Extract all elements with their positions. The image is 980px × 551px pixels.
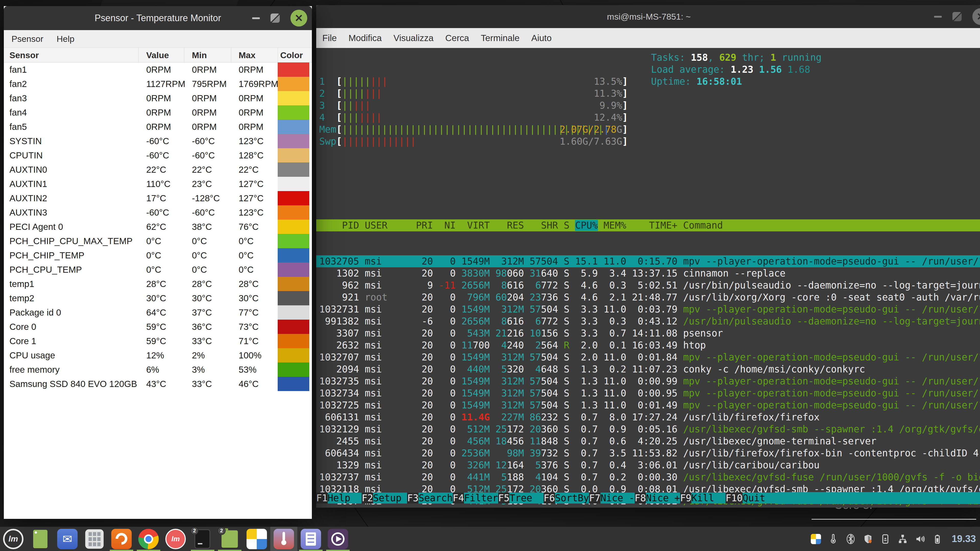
process-row[interactable]: 2632 msi 20 0 11700 4240 2564 R 2.0 0.1 … bbox=[316, 339, 980, 351]
sensor-row[interactable]: AUXTIN217°C-128°C127°C bbox=[4, 191, 312, 205]
column-header-min[interactable]: Min bbox=[192, 50, 207, 60]
process-row[interactable]: 1302 msi 20 0 3830M 98060 31640 S 5.9 3.… bbox=[316, 267, 980, 279]
sensor-min: 36°C bbox=[192, 322, 212, 332]
sensor-row[interactable]: AUXTIN022°C22°C22°C bbox=[4, 162, 312, 177]
tray-quadrant-icon[interactable] bbox=[810, 534, 821, 545]
sensor-row[interactable]: AUXTIN3-60°C-60°C123°C bbox=[4, 205, 312, 220]
taskbar-item-chrome[interactable] bbox=[138, 529, 159, 549]
fkey-help[interactable]: F1Help bbox=[316, 492, 362, 504]
menu-item-visualizza[interactable]: Visualizza bbox=[393, 33, 434, 43]
sensor-row[interactable]: PECI Agent 062°C38°C76°C bbox=[4, 220, 312, 234]
sensor-row[interactable]: CPUTIN-60°C-60°C128°C bbox=[4, 148, 312, 162]
column-header-sensor[interactable]: Sensor bbox=[10, 50, 39, 60]
process-row[interactable]: 3307 msi 20 0 543M 21216 10156 S 3.3 0.7… bbox=[316, 327, 980, 339]
tray-battery-icon[interactable] bbox=[932, 534, 943, 545]
fkey-search[interactable]: F3Search bbox=[407, 492, 452, 504]
sensor-row[interactable]: CPU usage12%2%100% bbox=[4, 348, 312, 362]
sensor-row[interactable]: free memory6%3%53% bbox=[4, 362, 312, 377]
fkey-nice[interactable]: F8Nice + bbox=[635, 492, 680, 504]
taskbar-item-show-desktop[interactable] bbox=[30, 529, 51, 549]
taskbar-item-quadrant[interactable] bbox=[247, 529, 267, 549]
fkey-kill[interactable]: F9Kill bbox=[680, 492, 725, 504]
fkey-nice[interactable]: F7Nice - bbox=[589, 492, 635, 504]
sensor-row[interactable]: SYSTIN-60°C-60°C123°C bbox=[4, 134, 312, 148]
process-row[interactable]: 991382 msi -6 0 2656M 8616 6772 S 3.3 0.… bbox=[316, 315, 980, 327]
taskbar-item-mint-software[interactable]: lm bbox=[165, 529, 186, 549]
htop-column-header[interactable]: PID USER PRI NI VIRT RES SHR S CPU% MEM%… bbox=[316, 219, 980, 231]
sensor-row[interactable]: temp128°C28°C28°C bbox=[4, 277, 312, 291]
close-button[interactable]: ✕ bbox=[290, 10, 307, 27]
process-row[interactable]: 2455 msi 20 0 456M 18456 11848 S 0.7 0.6… bbox=[316, 435, 980, 447]
sensor-row[interactable]: PCH_CPU_TEMP0°C0°C0°C bbox=[4, 262, 312, 277]
menu-item-terminale[interactable]: Terminale bbox=[481, 33, 520, 43]
tray-eject-icon[interactable] bbox=[880, 534, 891, 545]
taskbar-item-firefox-flame[interactable] bbox=[111, 529, 132, 549]
process-row[interactable]: 606131 msi 20 0 11.4G 227M 86232 S 0.7 8… bbox=[316, 411, 980, 423]
menu-item-aiuto[interactable]: Aiuto bbox=[531, 33, 552, 43]
taskbar-item-mint-menu[interactable]: lm bbox=[3, 529, 24, 549]
sensor-row[interactable]: Package id 064°C37°C77°C bbox=[4, 305, 312, 320]
column-cpu-sorted[interactable]: CPU% bbox=[575, 220, 598, 231]
process-row[interactable]: 1329 msi 20 0 326M 12164 5376 S 0.7 0.4 … bbox=[316, 459, 980, 471]
process-row[interactable]: 1032725 msi 20 0 1549M 312M 57504 S 1.3 … bbox=[316, 399, 980, 411]
sensor-row[interactable]: AUXTIN1110°C23°C127°C bbox=[4, 177, 312, 191]
minimize-button[interactable] bbox=[252, 17, 260, 19]
process-row[interactable]: 1032129 msi 20 0 512M 25172 20360 S 0.7 … bbox=[316, 423, 980, 435]
taskbar-item-files[interactable]: 2 bbox=[220, 529, 240, 549]
close-button[interactable]: ✕ bbox=[972, 8, 980, 25]
process-row[interactable]: 1032707 msi 20 0 1549M 312M 57504 S 2.0 … bbox=[316, 351, 980, 363]
sensor-row[interactable]: Core 159°C33°C71°C bbox=[4, 334, 312, 348]
process-row[interactable]: 2094 msi 20 0 440M 5320 4648 S 1.3 0.2 1… bbox=[316, 363, 980, 375]
taskbar-item-terminal[interactable]: 2 bbox=[192, 529, 213, 549]
taskbar-item-psensor-thermometer[interactable] bbox=[274, 529, 294, 549]
tray-volume-icon[interactable] bbox=[915, 534, 926, 545]
sensor-row[interactable]: fan10RPM0RPM0RPM bbox=[4, 62, 312, 77]
taskbar-item-media-player[interactable] bbox=[328, 529, 348, 549]
sensor-row[interactable]: temp230°C30°C30°C bbox=[4, 291, 312, 305]
menu-item-help[interactable]: Help bbox=[57, 34, 75, 44]
clock[interactable]: 19.33 bbox=[952, 534, 976, 545]
terminal-titlebar[interactable]: msi@msi-MS-7851: ~ ✕ bbox=[316, 5, 980, 28]
process-row[interactable]: 606434 msi 20 0 2536M 98M 39732 S 0.7 3.… bbox=[316, 447, 980, 459]
menu-item-file[interactable]: File bbox=[322, 33, 337, 43]
column-header-color[interactable]: Color bbox=[280, 50, 303, 60]
process-row[interactable]: 1032737 msi 20 0 441M 5188 4104 S 0.7 0.… bbox=[316, 471, 980, 483]
fkey-filter[interactable]: F4Filter bbox=[453, 492, 498, 504]
tray-thermometer-icon[interactable] bbox=[828, 534, 839, 545]
menu-item-cerca[interactable]: Cerca bbox=[445, 33, 469, 43]
fkey-sortby[interactable]: F6SortBy bbox=[544, 492, 589, 504]
process-row[interactable]: 921 root 20 0 796M 60204 23736 S 4.6 2.1… bbox=[316, 291, 980, 303]
fkey-setup[interactable]: F2Setup bbox=[362, 492, 407, 504]
column-header-value[interactable]: Value bbox=[146, 50, 169, 60]
taskbar-item-app-grid[interactable] bbox=[84, 529, 105, 549]
sensor-row[interactable]: fan40RPM0RPM0RPM bbox=[4, 105, 312, 120]
process-row[interactable]: 962 msi 9 -11 2656M 8616 6772 S 4.6 0.3 … bbox=[316, 279, 980, 291]
menu-item-modifica[interactable]: Modifica bbox=[348, 33, 382, 43]
spacer bbox=[558, 412, 564, 423]
process-row[interactable]: 1032731 msi 20 0 1549M 312M 57504 S 3.3 … bbox=[316, 303, 980, 315]
menu-item-psensor[interactable]: Psensor bbox=[11, 34, 43, 44]
psensor-titlebar[interactable]: Psensor - Temperature Monitor ✕ bbox=[4, 6, 312, 30]
sensor-row[interactable]: Core 059°C36°C73°C bbox=[4, 320, 312, 334]
tray-network-icon[interactable] bbox=[897, 534, 908, 545]
maximize-button[interactable] bbox=[953, 12, 962, 21]
sensor-row[interactable]: PCH_CHIP_CPU_MAX_TEMP0°C0°C0°C bbox=[4, 234, 312, 248]
sensor-row[interactable]: fan30RPM0RPM0RPM bbox=[4, 91, 312, 105]
process-row[interactable]: 2100 msi 20 0 440M 5320 4648 S 0.0 0.2 2… bbox=[316, 507, 980, 508]
maximize-button[interactable] bbox=[270, 14, 280, 23]
fkey-tree[interactable]: F5Tree bbox=[498, 492, 544, 504]
sensor-row[interactable]: PCH_CHIP_TEMP0°C0°C0°C bbox=[4, 248, 312, 262]
taskbar-item-document-viewer[interactable] bbox=[301, 529, 321, 549]
process-row[interactable]: 1032735 msi 20 0 1549M 312M 57504 S 1.3 … bbox=[316, 375, 980, 387]
minimize-button[interactable] bbox=[934, 16, 942, 17]
column-header-max[interactable]: Max bbox=[239, 50, 256, 60]
process-row[interactable]: 1032705 msi 20 0 1549M 312M 57504 S 15.1… bbox=[316, 256, 980, 267]
fkey-quit[interactable]: F10Quit bbox=[725, 492, 776, 504]
sensor-row[interactable]: fan21127RPM795RPM1769RPM bbox=[4, 77, 312, 91]
tray-shield-icon[interactable] bbox=[862, 534, 873, 545]
taskbar-item-mail[interactable]: ✉ bbox=[57, 529, 78, 549]
tray-bluetooth-icon[interactable] bbox=[845, 534, 856, 545]
sensor-row[interactable]: fan50RPM0RPM0RPM bbox=[4, 120, 312, 134]
sensor-row[interactable]: Samsung SSD 840 EVO 120GB43°C33°C46°C bbox=[4, 377, 312, 391]
process-row[interactable]: 1032734 msi 20 0 1549M 312M 57504 S 1.3 … bbox=[316, 387, 980, 399]
